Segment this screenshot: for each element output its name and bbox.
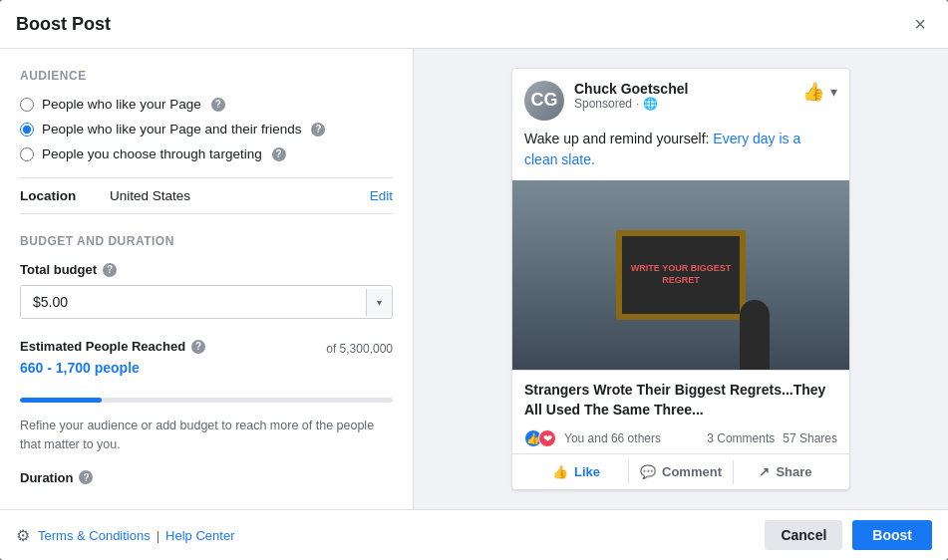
modal-overlay: Boost Post × AUDIENCE People who like yo… [0,0,948,560]
post-article-title: Strangers Wrote Their Biggest Regrets...… [512,370,849,423]
comment-label: Comment [662,464,722,479]
share-icon: ↗ [759,464,770,479]
modal-title: Boost Post [16,14,111,35]
comments-count: 3 Comments [707,431,775,445]
footer-links: Terms & Conditions | Help Center [38,528,234,543]
like-button[interactable]: 👍 Like [524,458,628,485]
chalkboard-text: WRITE YOUR BIGGEST REGRET [622,263,740,286]
progress-bar [20,398,393,403]
avatar: CG [524,81,564,121]
edit-location-link[interactable]: Edit [370,188,393,203]
post-header: CG Chuck Goetschel Sponsored · 🌐 👍 [512,69,849,129]
estimated-help-icon[interactable]: ? [191,340,205,354]
audience-section-header: AUDIENCE [20,69,393,83]
budget-dropdown-arrow[interactable]: ▾ [366,289,392,316]
help-icon-3[interactable]: ? [272,147,286,161]
budget-section-header: BUDGET AND DURATION [20,234,393,248]
estimated-range-row: 660 - 1,700 people of 5,300,000 [20,360,393,376]
boost-post-modal: Boost Post × AUDIENCE People who like yo… [0,0,948,560]
help-icon-2[interactable]: ? [311,123,325,137]
budget-input[interactable] [21,286,366,318]
globe-symbol: 🌐 [643,97,658,111]
post-sponsored: Sponsored · 🌐 [574,97,792,111]
boost-button[interactable]: Boost [852,520,932,550]
help-icon-1[interactable]: ? [211,98,225,112]
post-text: Wake up and remind yourself: Every day i… [512,129,849,180]
audience-options: People who like your Page ? People who l… [20,97,393,161]
right-panel: CG Chuck Goetschel Sponsored · 🌐 👍 [414,49,948,509]
shares-count: 57 Shares [783,431,837,445]
location-row: Location United States Edit [20,177,393,214]
share-label: Share [776,464,811,479]
audience-option-3[interactable]: People you choose through targeting ? [20,146,393,161]
avatar-image: CG [524,81,564,121]
audience-label-3: People you choose through targeting [42,146,262,161]
share-button[interactable]: ↗ Share [734,458,837,485]
estimated-total: of 5,300,000 [326,342,393,356]
post-author-name: Chuck Goetschel [574,81,792,97]
audience-radio-1[interactable] [20,98,34,112]
reaction-icons: 👍 ❤ [524,429,556,447]
post-image-bg: WRITE YOUR BIGGEST REGRET [512,180,849,370]
globe-icon: · [636,97,639,111]
footer-right: Cancel Boost [765,520,932,550]
audience-radio-2[interactable] [20,123,34,137]
budget-section: BUDGET AND DURATION Total budget ? ▾ [20,234,393,319]
post-actions-row: 👍 Like 💬 Comment ↗ Share [512,454,849,489]
total-budget-label: Total budget ? [20,262,393,277]
footer-left: ⚙ Terms & Conditions | Help Center [16,526,234,545]
location-value: United States [110,188,370,203]
comment-button[interactable]: 💬 Comment [629,458,733,485]
duration-help-icon[interactable]: ? [79,470,93,484]
thumbs-up-icon[interactable]: 👍 [802,81,824,103]
comment-icon: 💬 [640,464,656,479]
left-panel: AUDIENCE People who like your Page ? Peo… [0,49,414,509]
modal-body: AUDIENCE People who like your Page ? Peo… [0,49,948,509]
like-icon: 👍 [552,464,568,479]
gear-icon[interactable]: ⚙ [16,526,30,545]
modal-header: Boost Post × [0,0,948,49]
chalkboard: WRITE YOUR BIGGEST REGRET [616,230,746,320]
modal-footer: ⚙ Terms & Conditions | Help Center Cance… [0,509,948,560]
duration-label: Duration ? [20,470,393,485]
terms-conditions-link[interactable]: Terms & Conditions [38,528,151,543]
audience-label-1: People who like your Page [42,97,201,112]
chevron-down-icon[interactable]: ▾ [830,84,837,100]
sponsored-label: Sponsored [574,97,632,111]
footer-divider: | [157,528,159,543]
audience-label-2: People who like your Page and their frie… [42,122,301,137]
post-image: WRITE YOUR BIGGEST REGRET [512,180,849,370]
location-label: Location [20,188,110,203]
post-stats-row: 👍 ❤ You and 66 others 3 Comments 57 Shar… [512,423,849,454]
help-center-link[interactable]: Help Center [165,528,234,543]
person-silhouette [740,300,770,370]
close-button[interactable]: × [908,12,932,36]
estimated-section: Estimated People Reached ? 660 - 1,700 p… [20,339,393,403]
audience-option-2[interactable]: People who like your Page and their frie… [20,122,393,137]
post-card: CG Chuck Goetschel Sponsored · 🌐 👍 [511,68,850,490]
progress-bar-fill [20,398,102,403]
post-header-actions: 👍 ▾ [802,81,837,103]
post-meta: Chuck Goetschel Sponsored · 🌐 [574,81,792,111]
budget-help-icon[interactable]: ? [103,263,117,277]
like-label: Like [574,464,600,479]
estimated-range: 660 - 1,700 people [20,360,140,376]
audience-radio-3[interactable] [20,147,34,161]
budget-input-row: ▾ [20,285,393,319]
refine-text: Refine your audience or add budget to re… [20,417,393,454]
audience-option-1[interactable]: People who like your Page ? [20,97,393,112]
cancel-button[interactable]: Cancel [765,520,842,550]
you-others-count: You and 66 others [564,431,707,445]
post-text-part1: Wake up and remind yourself: [524,131,713,146]
heart-reaction: ❤ [538,429,556,447]
